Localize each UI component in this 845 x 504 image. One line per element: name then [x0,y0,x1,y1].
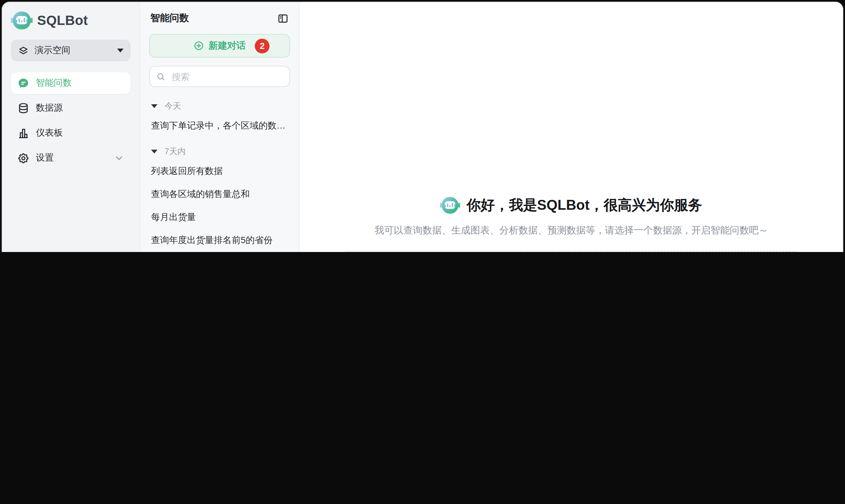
conversation-item[interactable]: 列表返回所有数据 [149,160,290,183]
sqlbot-logo-icon [12,12,31,30]
sidebar-item-label: 智能问数 [36,77,72,89]
group-header[interactable]: 今天 [149,98,290,114]
chat-bubble-icon [17,77,30,89]
database-icon [17,102,30,114]
conversation-panel: 智能问数 新建对话 2 今天 查询下单记录中，各个区域的数量... [140,2,299,252]
app-logo: SQLBot [11,10,131,31]
conversation-item[interactable]: 每月出货量 [149,206,290,229]
group-label: 7天内 [165,146,186,157]
search-box[interactable] [149,66,290,87]
caret-down-icon [117,49,123,52]
conversation-groups: 今天 查询下单记录中，各个区域的数量... 7天内 列表返回所有数据 查询各区域… [149,98,290,252]
app-title: SQLBot [37,13,88,28]
gear-icon [17,152,30,164]
sidebar-item-label: 仪表板 [36,127,63,139]
group-label: 今天 [165,101,181,112]
sidebar-item-settings[interactable]: 设置 [11,147,131,169]
bar-chart-icon [17,127,30,139]
sidebar-nav: 智能问数 数据源 仪表板 设置 [11,72,131,169]
group-header[interactable]: 7天内 [149,143,290,160]
panel-title: 智能问数 [151,12,189,24]
sidebar-item-dashboard[interactable]: 仪表板 [11,122,131,144]
caret-down-icon [151,150,157,154]
conversation-item[interactable]: 查询下单记录中，各个区域的数量... [149,114,290,138]
search-input[interactable] [170,71,283,82]
sidebar: SQLBot 演示空间 智能问数 数据源 仪表板 [2,2,140,252]
start-card: 1 开启问数 [341,251,802,252]
caret-down-icon [151,104,157,108]
new-chat-label: 新建对话 [209,40,246,52]
search-icon [156,71,165,82]
conversation-item[interactable]: 查询各区域的销售量总和 [149,183,290,206]
sqlbot-avatar-icon [441,197,459,214]
sidebar-item-datasource[interactable]: 数据源 [11,97,131,119]
new-chat-button[interactable]: 新建对话 2 [149,34,290,57]
workspace-label: 演示空间 [35,45,111,56]
sidebar-item-label: 设置 [36,152,54,164]
greeting-title: 你好，我是SQLBot，很高兴为你服务 [467,196,702,215]
som-marker-2: 2 [255,38,270,53]
workspace-selector[interactable]: 演示空间 [11,40,131,61]
main-panel: 你好，我是SQLBot，很高兴为你服务 我可以查询数据、生成图表、分析数据、预测… [299,2,843,252]
plus-circle-icon [193,40,204,51]
toggle-panel-button[interactable] [277,13,289,24]
chevron-down-icon [114,153,124,163]
greeting-subtitle: 我可以查询数据、生成图表、分析数据、预测数据等，请选择一个数据源，开启智能问数吧… [375,224,768,237]
layers-icon [18,45,29,56]
sidebar-item-label: 数据源 [36,102,63,114]
conversation-item[interactable]: 查询年度出货量排名前5的省份 [149,229,290,252]
sidebar-item-qa[interactable]: 智能问数 [11,72,131,94]
app-window: SQLBot 演示空间 智能问数 数据源 仪表板 [0,0,845,252]
conversation-group: 今天 查询下单记录中，各个区域的数量... [149,98,290,138]
panel-layout-icon [277,13,289,24]
conversation-group: 7天内 列表返回所有数据 查询各区域的销售量总和 每月出货量 查询年度出货量排名… [149,143,290,252]
